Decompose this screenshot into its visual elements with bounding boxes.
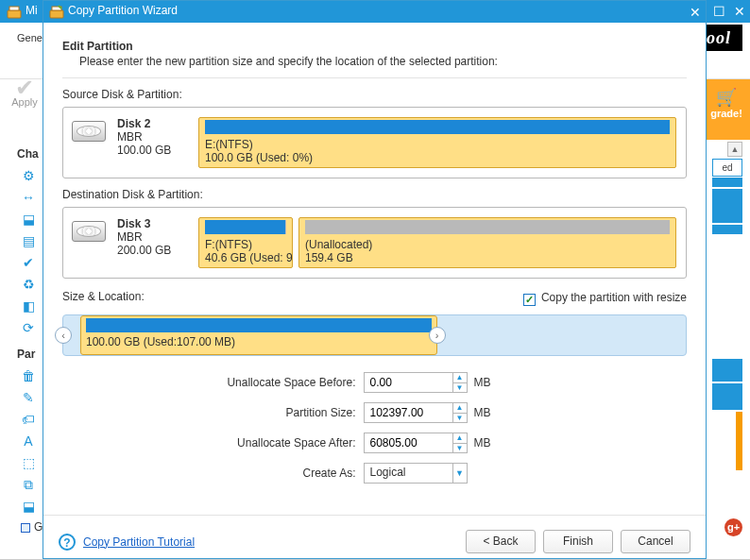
scroll-up-button[interactable]: ▲ <box>727 142 742 157</box>
wizard-icon <box>49 5 64 20</box>
create-as-value: Logical <box>364 463 453 484</box>
side-strip <box>712 189 742 223</box>
apply-label: Apply <box>6 96 43 108</box>
create-as-select[interactable]: Logical ▼ <box>364 463 468 484</box>
copy-partition-dialog: Copy Partition Wizard ✕ Edit Partition P… <box>43 0 707 559</box>
source-partition-e[interactable]: E:(NTFS) 100.0 GB (Used: 0%) <box>198 117 676 168</box>
dialog-titlebar[interactable]: Copy Partition Wizard ✕ <box>43 1 706 23</box>
wipe-icon[interactable]: ◧ <box>21 298 36 320</box>
dest-label: Destination Disk & Partition: <box>62 188 687 201</box>
disk-icon <box>72 221 106 242</box>
chevron-down-icon[interactable]: ▼ <box>453 382 467 393</box>
save-icon[interactable]: ⬓ <box>21 499 36 520</box>
clone-icon[interactable]: ⧉ <box>21 477 36 499</box>
psize-input[interactable] <box>364 402 453 423</box>
svg-rect-1 <box>9 7 19 10</box>
gplus-icon[interactable]: g+ <box>724 518 742 536</box>
disk-icon <box>72 121 106 142</box>
sliders-icon[interactable]: ⚙ <box>21 168 36 190</box>
divider <box>62 77 687 78</box>
chevron-down-icon[interactable]: ▼ <box>453 463 468 484</box>
cancel-button[interactable]: Cancel <box>621 530 690 553</box>
dialog-subtitle: Please enter the new partition size and … <box>79 55 687 68</box>
upgrade-label: grade! <box>703 108 750 119</box>
trim-icon[interactable]: ▤ <box>21 233 36 255</box>
chevron-up-icon[interactable]: ▲ <box>453 403 467 413</box>
source-disk-name: Disk 2 <box>117 117 187 130</box>
section-partition: Par <box>17 348 35 361</box>
svg-rect-2 <box>50 10 63 18</box>
dest-disk-row: Disk 3 MBR 200.00 GB F:(NTFS) 40.6 GB (U… <box>62 207 687 279</box>
dialog-close-button[interactable]: ✕ <box>685 1 706 24</box>
label-icon[interactable]: 🏷 <box>21 412 36 433</box>
parent-close-button[interactable]: ✕ <box>729 0 750 23</box>
resize-handle-left[interactable]: ‹ <box>55 327 72 344</box>
source-disk-scheme: MBR <box>117 130 187 144</box>
side-icons-partition: 🗑 ✎ 🏷 A ⬚ ⧉ ⬓ <box>21 368 36 520</box>
dest-part1-size: 40.6 GB (Used: 99 <box>205 251 286 264</box>
chevron-up-icon[interactable]: ▲ <box>453 433 467 443</box>
size-location-label: Size & Location: <box>62 290 145 303</box>
merge-icon[interactable]: ⬓ <box>21 212 36 233</box>
legend-letter: G <box>34 520 43 534</box>
dialog-heading: Edit Partition <box>62 40 687 53</box>
ubefore-input[interactable] <box>364 372 453 393</box>
help-icon[interactable]: ? <box>59 534 76 551</box>
recycle-icon[interactable]: ♻ <box>21 277 36 298</box>
unit-label: MB <box>468 376 496 389</box>
dialog-title: Copy Partition Wizard <box>68 4 178 17</box>
copy-resize-label: Copy the partition with resize <box>541 291 687 304</box>
dest-unalloc-size: 159.4 GB <box>305 251 670 264</box>
side-strip <box>712 383 742 410</box>
resize-bar[interactable]: ‹ 100.00 GB (Used:107.00 MB) › <box>62 314 687 356</box>
dest-partition-f[interactable]: F:(NTFS) 40.6 GB (Used: 99 <box>198 217 293 268</box>
chevron-down-icon[interactable]: ▼ <box>453 413 467 423</box>
copy-resize-checkbox[interactable]: ✓Copy the partition with resize <box>523 291 687 306</box>
dest-part1-label: F:(NTFS) <box>205 238 286 251</box>
svg-rect-0 <box>8 10 21 18</box>
move-icon[interactable]: ↔ <box>21 190 36 212</box>
unit-label: MB <box>468 436 496 450</box>
side-strip <box>712 359 742 382</box>
source-part-label: E:(NTFS) <box>205 138 670 151</box>
ubefore-spinner[interactable]: ▲▼ <box>453 372 468 393</box>
uafter-input[interactable] <box>364 433 453 453</box>
source-disk-size: 100.00 GB <box>117 144 187 157</box>
tutorial-link[interactable]: Copy Partition Tutorial <box>83 535 195 549</box>
parent-maximize-button[interactable]: ☐ <box>708 0 729 23</box>
check-icon: ✓ <box>525 294 534 306</box>
edit-icon[interactable]: ✎ <box>21 390 36 412</box>
finish-button[interactable]: Finish <box>543 530 613 553</box>
uafter-spinner[interactable]: ▲▼ <box>453 433 468 453</box>
check-icon[interactable]: ✔ <box>21 255 36 277</box>
dialog-footer: ? Copy Partition Tutorial < Back Finish … <box>43 515 706 558</box>
dest-unallocated[interactable]: (Unallocated) 159.4 GB <box>298 217 676 268</box>
cart-icon: 🛒 <box>703 79 750 108</box>
apply-button[interactable]: ✔ Apply <box>6 79 43 108</box>
dest-disk-name: Disk 3 <box>117 217 187 230</box>
source-part-size: 100.0 GB (Used: 0%) <box>205 151 670 164</box>
side-orange-strip <box>736 412 742 470</box>
upgrade-chip[interactable]: 🛒 grade! <box>703 79 750 140</box>
refresh-icon[interactable]: ⟳ <box>21 320 36 342</box>
size-form: Unallocate Space Before: ▲▼ MB Partition… <box>197 369 553 486</box>
chevron-up-icon[interactable]: ▲ <box>453 373 467 382</box>
side-strip <box>712 225 742 234</box>
app-icon <box>7 5 22 20</box>
uafter-label: Unallocate Space After: <box>197 436 364 450</box>
letter-icon[interactable]: A <box>21 433 36 455</box>
delete-icon[interactable]: 🗑 <box>21 368 36 390</box>
create-as-label: Create As: <box>197 467 364 480</box>
resize-partition-block[interactable]: 100.00 GB (Used:107.00 MB) <box>80 315 437 355</box>
dest-disk-scheme: MBR <box>117 230 187 244</box>
resize-handle-right[interactable]: › <box>429 327 446 344</box>
parent-general-tab[interactable]: Gener <box>17 32 46 43</box>
side-strip <box>712 178 742 187</box>
dest-disk-size: 200.00 GB <box>117 244 187 257</box>
psize-spinner[interactable]: ▲▼ <box>453 402 468 423</box>
convert-icon[interactable]: ⬚ <box>21 455 36 477</box>
side-ed-chip: ed <box>712 159 742 177</box>
chevron-down-icon[interactable]: ▼ <box>453 443 467 453</box>
back-button[interactable]: < Back <box>466 530 536 553</box>
check-icon: ✔ <box>6 79 43 96</box>
